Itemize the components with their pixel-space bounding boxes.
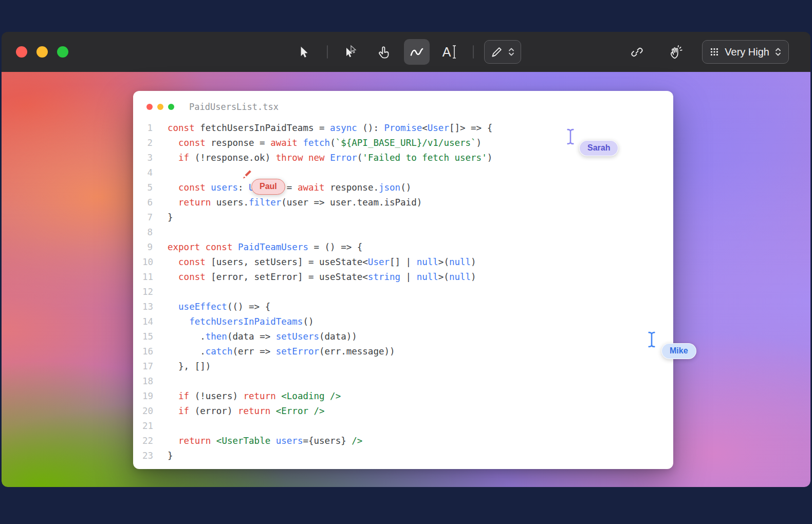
code-text: return <UserTable users={users} />	[168, 434, 362, 448]
code-text: if (!response.ok) throw new Error('Faile…	[168, 151, 492, 165]
code-line: 9export const PaidTeamUsers = () => {	[142, 240, 673, 255]
tool-group: A	[291, 39, 521, 65]
app-toolbar: A	[2, 32, 810, 72]
code-text: .catch(err => setError(err.message))	[168, 344, 395, 359]
mike-text-cursor-icon	[647, 331, 657, 348]
line-number: 5	[142, 180, 153, 195]
desktop-wallpaper: PaidUsersList.tsx 1const fetchUsersInPai…	[2, 72, 810, 487]
editor-zoom-button[interactable]	[168, 104, 174, 110]
cursor-tool[interactable]	[291, 39, 317, 65]
code-line: 20 if (error) return <Error />	[142, 404, 673, 419]
double-cursor-icon	[344, 45, 358, 59]
pen-scribble-icon	[410, 45, 424, 59]
toolbar-divider	[327, 45, 328, 59]
multi-cursor-tool[interactable]	[338, 39, 364, 65]
line-number: 6	[142, 195, 153, 210]
link-icon	[630, 45, 644, 59]
pointing-hand-icon	[377, 45, 391, 59]
stroke-style[interactable]	[484, 40, 521, 64]
clap-tool[interactable]	[663, 39, 689, 65]
line-number: 22	[142, 434, 153, 448]
code-line: 16 .catch(err => setError(err.message))	[142, 344, 673, 359]
paul-pencil-cursor-icon	[239, 166, 255, 182]
pencil-line-icon	[490, 45, 504, 59]
editor-close-button[interactable]	[146, 104, 153, 110]
code-line: 11 const [error, setError] = useState<st…	[142, 270, 673, 285]
code-text: if (!users) return <Loading />	[168, 389, 341, 404]
line-number: 17	[142, 359, 153, 374]
close-button[interactable]	[16, 46, 27, 58]
code-line: 8	[142, 225, 673, 240]
code-line: 1const fetchUsersInPaidTeams = async ():…	[142, 121, 673, 136]
code-line: 12	[142, 285, 673, 300]
editor-minimize-button[interactable]	[157, 104, 163, 110]
code-line: 7}	[142, 210, 673, 225]
code-text: useEffect(() => {	[168, 300, 270, 314]
editor-titlebar: PaidUsersList.tsx	[133, 91, 673, 119]
line-number: 8	[142, 225, 153, 240]
link-tool[interactable]	[624, 39, 650, 65]
code-line: 17 }, [])	[142, 359, 673, 374]
line-number: 16	[142, 344, 153, 359]
collaborator-name: Mike	[670, 346, 688, 355]
line-number: 15	[142, 329, 153, 344]
code-text: .then(data => setUsers(data))	[168, 329, 357, 344]
tap-tool[interactable]	[371, 39, 397, 65]
draw-tool[interactable]	[404, 39, 430, 65]
code-line: 19 if (!users) return <Loading />	[142, 389, 673, 404]
chevron-up-down-icon	[508, 47, 515, 57]
quality-grid-icon	[709, 47, 719, 57]
code-text: const [error, setError] = useState<strin…	[168, 270, 476, 285]
line-number: 1	[142, 121, 153, 136]
line-number: 20	[142, 404, 153, 419]
code-text: const users: User[] = await response.jso…	[168, 180, 411, 195]
collaborator-badge-mike: Mike	[661, 343, 696, 359]
code-text: }	[168, 448, 173, 463]
code-text: const fetchUsersInPaidTeams = async (): …	[168, 121, 492, 136]
quality-selector[interactable]: Very High	[702, 40, 789, 64]
code-line: 18	[142, 374, 673, 389]
text-tool[interactable]: A	[437, 39, 463, 65]
line-number: 7	[142, 210, 153, 225]
cursor-arrow-icon	[297, 45, 310, 59]
line-number: 21	[142, 419, 153, 434]
zoom-button[interactable]	[57, 46, 68, 58]
code-line: 4	[142, 165, 673, 180]
code-area[interactable]: 1const fetchUsersInPaidTeams = async ():…	[133, 119, 673, 469]
chevron-up-down-icon	[774, 47, 782, 57]
collaborator-badge-sarah: Sarah	[579, 140, 618, 156]
line-number: 3	[142, 151, 153, 165]
code-text: export const PaidTeamUsers = () => {	[168, 240, 362, 255]
minimize-button[interactable]	[36, 46, 48, 58]
line-number: 14	[142, 314, 153, 329]
line-number: 4	[142, 165, 153, 180]
code-text: fetchUsersInPaidTeams()	[168, 314, 314, 329]
window-controls	[16, 32, 68, 72]
tool-group-right: Very High	[624, 39, 789, 65]
clap-icon	[669, 45, 683, 59]
code-text: if (error) return <Error />	[168, 404, 325, 419]
line-number: 23	[142, 448, 153, 463]
code-line: 14 fetchUsersInPaidTeams()	[142, 314, 673, 329]
line-number: 2	[142, 136, 153, 151]
file-name: PaidUsersList.tsx	[189, 102, 279, 112]
collaborator-name: Sarah	[587, 143, 610, 152]
code-line: 21	[142, 419, 673, 434]
line-number: 19	[142, 389, 153, 404]
code-line: 5 const users: User[] = await response.j…	[142, 180, 673, 195]
code-text: }	[168, 210, 173, 225]
screen-share-app: A	[2, 32, 810, 487]
line-number: 13	[142, 300, 153, 314]
code-line: 6 return users.filter(user => user.team.…	[142, 195, 673, 210]
collaborator-name: Paul	[260, 182, 277, 191]
sarah-text-cursor-icon	[565, 128, 576, 145]
code-text: const [users, setUsers] = useState<User[…	[168, 255, 476, 270]
code-text: return users.filter(user => user.team.is…	[168, 195, 422, 210]
line-number: 9	[142, 240, 153, 255]
code-text: }, [])	[168, 359, 211, 374]
code-line: 22 return <UserTable users={users} />	[142, 434, 673, 448]
code-line: 23}	[142, 448, 673, 463]
code-line: 10 const [users, setUsers] = useState<Us…	[142, 255, 673, 270]
code-line: 15 .then(data => setUsers(data))	[142, 329, 673, 344]
collaborator-badge-paul: Paul	[251, 179, 285, 195]
